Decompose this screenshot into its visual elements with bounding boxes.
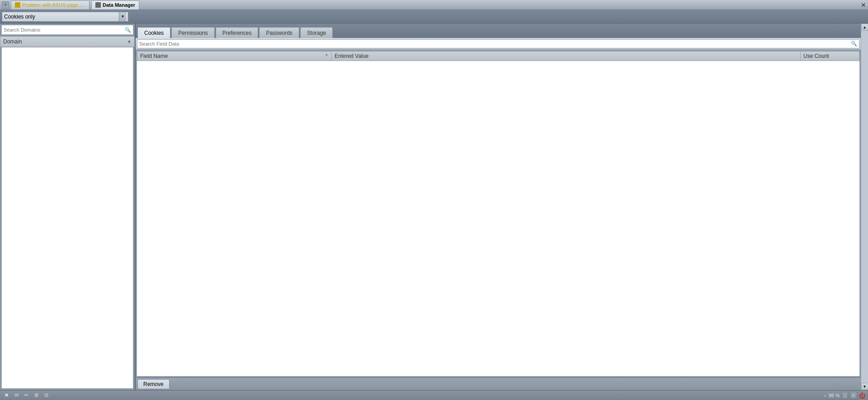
domain-filter-icon[interactable]: ▼ <box>127 39 132 44</box>
col-header-field-name[interactable]: Field Name ▼ <box>137 52 332 61</box>
tab-preferences[interactable]: Preferences <box>216 27 259 38</box>
tab-storage[interactable]: Storage <box>300 27 333 38</box>
right-panel-wrapper: Cookies Permissions Preferences Password… <box>136 24 868 390</box>
col-entered-value-label: Entered Value <box>335 53 368 59</box>
scroll-up-arrow[interactable]: ▲ <box>861 24 868 31</box>
zoom-bracket-open: ⌐ <box>824 393 826 398</box>
tab-preferences-label: Preferences <box>222 30 252 36</box>
tab-problem-asus[interactable]: Problem with ASUS page. • mo... <box>11 0 90 9</box>
tab-storage-label: Storage <box>307 30 326 36</box>
domain-search-box[interactable]: 🔍 <box>1 25 133 35</box>
col-header-entered-value[interactable]: Entered Value <box>332 52 801 61</box>
field-search-icon[interactable]: 🔍 <box>851 41 857 47</box>
col-header-use-count[interactable]: Use Count <box>801 52 859 61</box>
domain-list[interactable] <box>1 47 133 389</box>
domain-column-header: Domain ▼ <box>0 36 135 47</box>
field-search-row: 🔍 <box>136 38 861 50</box>
new-tab-button[interactable]: + <box>2 1 9 9</box>
content-area: 🔍 Domain ▼ Cookies Permissions <box>0 24 868 390</box>
status-icon-1[interactable]: ✖ <box>3 392 10 399</box>
tabs-bar: Cookies Permissions Preferences Password… <box>136 24 861 38</box>
left-panel: 🔍 Domain ▼ <box>0 24 136 390</box>
top-toolbar: Cookies only ▼ <box>0 10 868 24</box>
col-field-name-label: Field Name <box>140 53 168 59</box>
tab-passwords[interactable]: Passwords <box>259 27 299 38</box>
tab-passwords-label: Passwords <box>266 30 292 36</box>
filter-dropdown-value: Cookies only <box>4 14 119 20</box>
power-icon[interactable]: ⏻ <box>859 392 865 399</box>
tab-icon-2 <box>95 2 101 8</box>
zoom-in-button[interactable]: + <box>850 392 857 399</box>
dropdown-arrow-icon: ▼ <box>119 12 126 21</box>
status-zoom: ⌐ 95 % - + ⏻ <box>824 392 865 399</box>
domain-col-label: Domain <box>3 38 22 45</box>
right-panel-content: Cookies Permissions Preferences Password… <box>136 24 861 390</box>
field-search-input[interactable] <box>139 41 851 47</box>
tab-cookies[interactable]: Cookies <box>137 27 170 38</box>
right-scrollbar[interactable]: ▲ ▼ <box>861 24 868 390</box>
field-search-box[interactable]: 🔍 <box>137 39 859 48</box>
tab-cookies-label: Cookies <box>144 30 164 36</box>
domain-search-icon[interactable]: 🔍 <box>125 27 131 33</box>
zoom-out-button[interactable]: - <box>842 392 848 399</box>
col-use-count-label: Use Count <box>803 53 829 59</box>
tab-data-manager[interactable]: Data Manager <box>91 0 139 9</box>
status-icon-4[interactable]: ⊞ <box>33 392 40 399</box>
status-icon-2[interactable]: ✉ <box>13 392 20 399</box>
bottom-toolbar: Remove <box>136 377 861 390</box>
tab-permissions[interactable]: Permissions <box>171 27 214 38</box>
data-table-container[interactable]: Field Name ▼ Entered Value Use Count <box>137 51 860 376</box>
tab-permissions-label: Permissions <box>178 30 208 36</box>
main-container: Cookies only ▼ 🔍 Domain ▼ <box>0 10 868 400</box>
filter-dropdown[interactable]: Cookies only ▼ <box>2 12 128 22</box>
scroll-down-arrow[interactable]: ▼ <box>861 383 868 390</box>
title-bar: + Problem with ASUS page. • mo... Data M… <box>0 0 868 10</box>
remove-button[interactable]: Remove <box>137 379 170 389</box>
status-bar: ✖ ✉ ✏ ⊞ ⊟ ⌐ 95 % - + ⏻ <box>0 390 868 400</box>
tab-label-2: Data Manager <box>103 2 135 8</box>
data-table: Field Name ▼ Entered Value Use Count <box>137 51 859 61</box>
status-icon-5[interactable]: ⊟ <box>42 392 50 399</box>
domain-search-input[interactable] <box>4 27 125 33</box>
zoom-level: 95 % <box>829 393 840 398</box>
tab-label-1: Problem with ASUS page. • mo... <box>22 2 85 8</box>
close-button[interactable]: ✕ <box>861 1 866 9</box>
tab-favicon <box>15 2 20 8</box>
col-field-name-filter-icon[interactable]: ▼ <box>325 53 329 57</box>
status-icon-3[interactable]: ✏ <box>23 392 30 399</box>
